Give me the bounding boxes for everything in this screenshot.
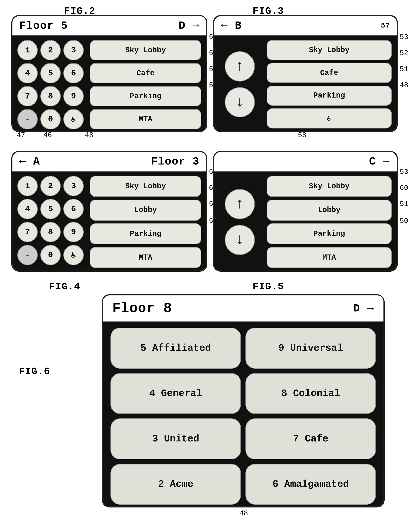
keypad-btn-dash[interactable]: – (17, 109, 38, 129)
dest-sky-lobby-fig3[interactable]: Sky Lobby (267, 40, 392, 60)
ref-50-fig5: 50 (400, 217, 408, 225)
fig3-panel: ← B 57 ↑ ↓ Sky Lobby Cafe Parking ♿ (213, 15, 398, 132)
keypad-btn-2[interactable]: 2 (40, 40, 61, 60)
fig4-destinations: Sky Lobby Lobby Parking MTA (90, 176, 201, 268)
fig6-btn-3-united[interactable]: 3 United (111, 418, 241, 459)
fig5-down-btn[interactable]: ↓ (225, 225, 255, 255)
ref-48-fig6: 48 (239, 509, 248, 517)
dest-mta[interactable]: MTA (90, 109, 201, 129)
fig4-btn-1[interactable]: 1 (17, 176, 38, 196)
dest-cafe[interactable]: Cafe (90, 63, 201, 83)
keypad-btn-4[interactable]: 4 (17, 63, 38, 83)
fig4-car-arrow: ← A (19, 155, 40, 168)
fig6-btn-8-colonial[interactable]: 8 Colonial (245, 373, 376, 414)
down-arrow-btn[interactable]: ↓ (225, 87, 255, 117)
fig6-title: FIG.6 (19, 366, 50, 377)
ref-47-fig2: 47 (17, 131, 25, 139)
fig4-btn-0[interactable]: 0 (40, 245, 61, 265)
keypad-btn-6[interactable]: 6 (63, 63, 84, 83)
fig2-header: Floor 5 D → (12, 16, 206, 36)
dest-parking[interactable]: Parking (90, 86, 201, 106)
fig6-btn-7-cafe[interactable]: 7 Cafe (245, 418, 376, 459)
fig4-btn-7[interactable]: 7 (17, 222, 38, 242)
fig6-header: Floor 8 D → (103, 295, 383, 322)
fig3-ref57: 57 (381, 22, 390, 30)
keypad-btn-access[interactable]: ♿ (63, 109, 84, 129)
fig6-btn-2-acme[interactable]: 2 Acme (111, 464, 241, 505)
fig3-destinations: Sky Lobby Cafe Parking ♿ (267, 40, 392, 128)
fig4-btn-6[interactable]: 6 (63, 199, 84, 219)
fig3-body: ↑ ↓ Sky Lobby Cafe Parking ♿ (214, 36, 397, 132)
fig3-header: ← B 57 (214, 16, 397, 36)
fig2-destinations: Sky Lobby Cafe Parking MTA (90, 40, 201, 129)
fig5-dest-mta[interactable]: MTA (267, 247, 392, 268)
fig4-btn-9[interactable]: 9 (63, 222, 84, 242)
ref-46-fig2: 46 (43, 131, 52, 139)
keypad-btn-8[interactable]: 8 (40, 86, 61, 106)
fig4-floor-label: Floor 3 (151, 155, 199, 168)
up-arrow-btn[interactable]: ↑ (225, 51, 255, 82)
fig4-btn-2[interactable]: 2 (40, 176, 61, 196)
dest-cafe-fig3[interactable]: Cafe (267, 63, 392, 83)
fig4-dest-mta[interactable]: MTA (90, 247, 201, 268)
fig4-header: ← A Floor 3 (12, 152, 206, 172)
ref-53-fig5: 53 (400, 168, 408, 176)
fig5-title: FIG.5 (253, 281, 284, 292)
fig6-btn-6-amalgamated[interactable]: 6 Amalgamated (245, 464, 376, 505)
fig2-panel: Floor 5 D → 1 2 3 4 5 6 7 8 9 – 0 ♿ Sky … (11, 15, 207, 132)
fig4-btn-3[interactable]: 3 (63, 176, 84, 196)
fig6-btn-5-affiliated[interactable]: 5 Affiliated (111, 328, 241, 369)
fig5-car-arrow: C → (369, 155, 390, 168)
fig4-dest-lobby[interactable]: Lobby (90, 200, 201, 221)
ref-51-fig5: 51 (400, 200, 408, 208)
fig6-btn-9-universal[interactable]: 9 Universal (245, 328, 376, 369)
fig4-dest-parking[interactable]: Parking (90, 223, 201, 245)
dest-access-fig3[interactable]: ♿ (267, 108, 392, 128)
fig4-btn-dash[interactable]: – (17, 245, 38, 265)
ref-60-fig5: 60 (400, 184, 408, 192)
keypad-btn-3[interactable]: 3 (63, 40, 84, 60)
fig5-dest-sky-lobby[interactable]: Sky Lobby (267, 176, 392, 197)
fig4-title: FIG.4 (49, 281, 80, 292)
fig2-floor-label: Floor 5 (19, 20, 68, 32)
fig4-panel: ← A Floor 3 1 2 3 4 5 6 7 8 9 – 0 ♿ Sky … (11, 151, 207, 272)
fig5-destinations: Sky Lobby Lobby Parking MTA (267, 176, 392, 268)
fig6-panel: Floor 8 D → 5 Affiliated 9 Universal 4 G… (102, 294, 385, 507)
fig5-body: ↑ ↓ Sky Lobby Lobby Parking MTA (214, 172, 397, 272)
fig5-dest-parking[interactable]: Parking (267, 223, 392, 245)
keypad-btn-0[interactable]: 0 (40, 109, 61, 129)
fig5-dest-lobby[interactable]: Lobby (267, 200, 392, 221)
ref-53-fig3: 53 (400, 33, 408, 41)
ref-48-fig2: 48 (85, 131, 93, 139)
fig3-arrows: ↑ ↓ (219, 40, 261, 128)
ref-48-fig3: 48 (400, 81, 408, 89)
fig6-body: 5 Affiliated 9 Universal 4 General 8 Col… (103, 322, 383, 507)
fig5-up-btn[interactable]: ↑ (225, 189, 255, 219)
fig4-keypad: 1 2 3 4 5 6 7 8 9 – 0 ♿ (17, 176, 84, 268)
fig4-btn-4[interactable]: 4 (17, 199, 38, 219)
fig4-dest-sky-lobby[interactable]: Sky Lobby (90, 176, 201, 197)
fig6-car-arrow: D → (353, 302, 374, 315)
fig4-btn-5[interactable]: 5 (40, 199, 61, 219)
fig2-car-arrow: D → (179, 20, 199, 32)
fig4-body: 1 2 3 4 5 6 7 8 9 – 0 ♿ Sky Lobby Lobby … (12, 172, 206, 272)
fig5-panel: C → ↑ ↓ Sky Lobby Lobby Parking MTA (213, 151, 398, 272)
keypad-btn-7[interactable]: 7 (17, 86, 38, 106)
fig2-keypad: 1 2 3 4 5 6 7 8 9 – 0 ♿ (17, 40, 84, 129)
keypad-btn-9[interactable]: 9 (63, 86, 84, 106)
ref-58-fig3: 58 (298, 131, 307, 139)
keypad-btn-1[interactable]: 1 (17, 40, 38, 60)
fig6-floor-label: Floor 8 (112, 301, 172, 316)
keypad-btn-5[interactable]: 5 (40, 63, 61, 83)
fig4-btn-8[interactable]: 8 (40, 222, 61, 242)
fig6-btn-4-general[interactable]: 4 General (111, 373, 241, 414)
fig5-arrows: ↑ ↓ (219, 176, 261, 268)
ref-51-fig3: 51 (400, 65, 408, 73)
fig2-body: 1 2 3 4 5 6 7 8 9 – 0 ♿ Sky Lobby Cafe P… (12, 36, 206, 132)
fig3-car-arrow: ← B (221, 20, 242, 32)
dest-sky-lobby[interactable]: Sky Lobby (90, 40, 201, 60)
ref-52-fig3: 52 (400, 49, 408, 57)
fig5-header: C → (214, 152, 397, 172)
dest-parking-fig3[interactable]: Parking (267, 86, 392, 106)
fig4-btn-access[interactable]: ♿ (63, 245, 84, 265)
